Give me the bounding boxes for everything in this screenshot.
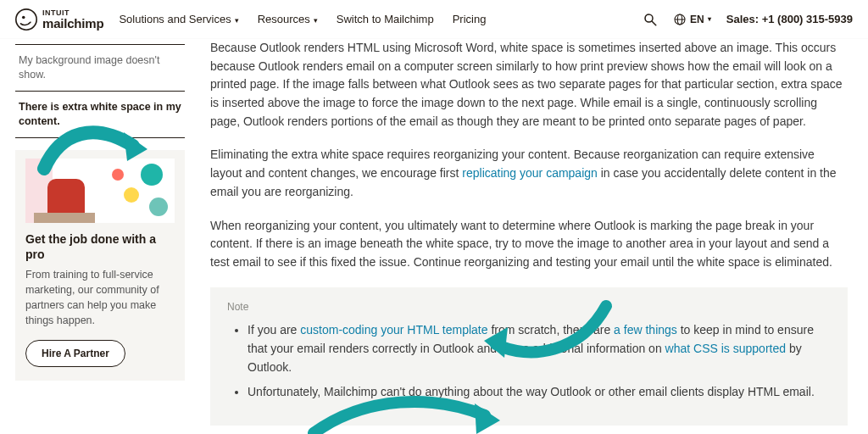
nav-solutions[interactable]: Solutions and Services ▾ [119,13,238,25]
promo-title: Get the job done with a pro [25,231,175,262]
svg-point-0 [16,8,36,29]
promo-body: From training to full-service marketing,… [25,267,175,329]
language-selector[interactable]: EN ▾ [673,13,711,26]
custom-html-link[interactable]: custom-coding your HTML template [300,323,487,337]
article-p2: Eliminating the extra white space requir… [210,146,848,201]
nav-switch[interactable]: Switch to Mailchimp [337,13,434,25]
article-p1: Because Outlook renders HTML using Micro… [210,39,848,131]
note-li-1: If you are custom-coding your HTML templ… [248,321,831,376]
chevron-down-icon: ▾ [314,16,318,25]
svg-line-3 [652,21,656,25]
svg-point-1 [22,15,25,19]
sidebar-item-bg-image[interactable]: My background image doesn't show. [15,44,185,91]
chevron-down-icon: ▾ [235,16,239,25]
sales-phone[interactable]: Sales: +1 (800) 315-5939 [726,13,853,25]
note-box: Note If you are custom-coding your HTML … [210,287,848,426]
sidebar-item-white-space[interactable]: There is extra white space in my content… [15,91,185,137]
note-li-2: Unfortunately, Mailchimp can't do anythi… [248,383,831,402]
promo-card: Get the job done with a pro From trainin… [15,150,185,381]
main-nav: Solutions and Services ▾ Resources ▾ Swi… [119,13,486,25]
svg-point-2 [645,14,653,22]
brand-bottom: mailchimp [42,17,103,30]
nav-pricing[interactable]: Pricing [453,13,487,25]
search-icon[interactable] [643,12,658,27]
brand-logo[interactable]: INTUIT mailchimp [15,8,103,31]
css-supported-link[interactable]: what CSS is supported [665,342,786,355]
globe-icon [673,13,687,26]
replicate-campaign-link[interactable]: replicating your campaign [462,166,598,180]
note-label: Note [227,299,831,315]
article-p3: When reorganizing your content, you ulti… [210,217,848,272]
mailchimp-logo-icon [15,8,37,31]
article-body: Because Outlook renders HTML using Micro… [185,39,853,426]
sidebar: My background image doesn't show. There … [15,39,185,426]
nav-resources[interactable]: Resources ▾ [258,13,318,25]
hire-partner-button[interactable]: Hire A Partner [25,340,125,367]
header: INTUIT mailchimp Solutions and Services … [0,0,868,39]
chevron-down-icon: ▾ [708,15,711,23]
promo-illustration [25,159,175,223]
few-things-link[interactable]: a few things [614,323,677,337]
